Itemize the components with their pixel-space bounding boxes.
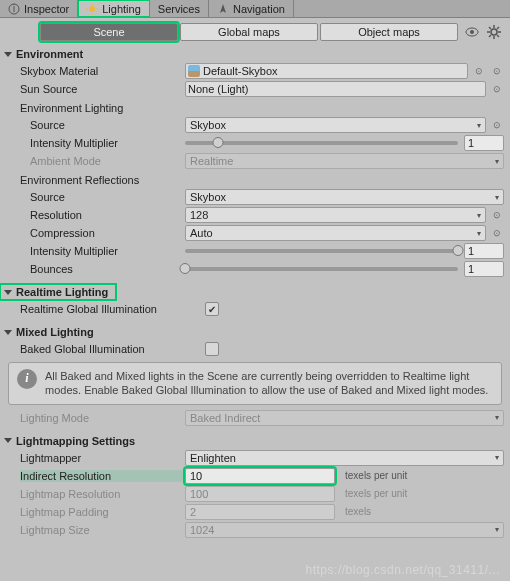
svg-point-2 xyxy=(89,6,95,12)
bgi-checkbox[interactable] xyxy=(205,342,219,356)
info-icon: i xyxy=(17,369,37,389)
tab-inspector[interactable]: i Inspector xyxy=(0,0,78,17)
resolution-dropdown[interactable]: 128▾ xyxy=(185,207,486,223)
lightmap-resolution-field: 100 xyxy=(185,486,335,502)
lightmap-size-dropdown: 1024▾ xyxy=(185,522,504,538)
sun-source-label: Sun Source xyxy=(20,83,185,95)
lightmap-resolution-label: Lightmap Resolution xyxy=(20,488,185,500)
ambient-mode-dropdown: Realtime▾ xyxy=(185,153,504,169)
foldout-icon xyxy=(4,330,12,335)
compression-dropdown[interactable]: Auto▾ xyxy=(185,225,486,241)
skybox-material-field[interactable]: Default-Skybox xyxy=(185,63,468,79)
chevron-down-icon: ▾ xyxy=(477,211,481,220)
eye-icon[interactable] xyxy=(464,24,480,40)
compression-label: Compression xyxy=(30,227,185,239)
object-picker-icon[interactable]: ⊙ xyxy=(490,82,504,96)
refl-intensity-value-field[interactable]: 1 xyxy=(464,243,504,259)
tab-services[interactable]: Services xyxy=(150,0,209,17)
source-label: Source xyxy=(30,119,185,131)
lightmap-padding-field: 2 xyxy=(185,504,335,520)
lightmapper-label: Lightmapper xyxy=(20,452,185,464)
suffix-label: texels xyxy=(345,506,371,517)
chevron-down-icon: ▾ xyxy=(495,525,499,534)
foldout-icon xyxy=(4,290,12,295)
rgi-checkbox[interactable]: ✔ xyxy=(205,302,219,316)
gear-icon[interactable] xyxy=(486,24,502,40)
lightmap-padding-label: Lightmap Padding xyxy=(20,506,185,518)
realtime-lighting-header[interactable]: Realtime Lighting xyxy=(0,284,116,300)
ambient-mode-label: Ambient Mode xyxy=(30,155,185,167)
resolution-label: Resolution xyxy=(30,209,185,221)
check-icon: ✔ xyxy=(208,304,216,315)
sun-icon xyxy=(86,3,98,15)
lightmapping-settings-header[interactable]: Lightmapping Settings xyxy=(0,433,510,449)
tab-label: Inspector xyxy=(24,3,69,15)
foldout-icon xyxy=(4,438,12,443)
intensity-value-field[interactable]: 1 xyxy=(464,135,504,151)
help-text: All Baked and Mixed lights in the Scene … xyxy=(45,369,493,398)
env-reflections-subheader: Environment Reflections xyxy=(0,170,510,188)
svg-line-15 xyxy=(489,27,491,29)
lighting-mode-toolbar: Scene Global maps Object maps xyxy=(0,18,510,46)
indirect-resolution-field[interactable]: 10 xyxy=(185,468,335,484)
chevron-down-icon: ▾ xyxy=(477,121,481,130)
intensity-slider[interactable] xyxy=(185,141,458,145)
mode-scene-button[interactable]: Scene xyxy=(40,23,178,41)
svg-point-9 xyxy=(470,30,474,34)
watermark: https://blog.csdn.net/qq_31411/... xyxy=(306,563,500,577)
mixed-lighting-header[interactable]: Mixed Lighting xyxy=(0,324,510,340)
suffix-label: texels per unit xyxy=(345,470,407,481)
mode-object-maps-button[interactable]: Object maps xyxy=(320,23,458,41)
sun-source-field[interactable]: None (Light) xyxy=(185,81,486,97)
environment-header[interactable]: Environment xyxy=(0,46,510,62)
svg-line-18 xyxy=(497,27,499,29)
chevron-down-icon: ▾ xyxy=(495,453,499,462)
lightmapper-dropdown[interactable]: Enlighten▾ xyxy=(185,450,504,466)
chevron-down-icon: ▾ xyxy=(477,229,481,238)
tab-lighting[interactable]: Lighting xyxy=(78,0,150,17)
env-lighting-subheader: Environment Lighting xyxy=(0,98,510,116)
reset-icon[interactable]: ⊙ xyxy=(490,208,504,222)
bounces-value-field[interactable]: 1 xyxy=(464,261,504,277)
skybox-icon xyxy=(188,65,200,77)
tab-label: Lighting xyxy=(102,3,141,15)
slider-thumb[interactable] xyxy=(212,137,223,148)
slider-thumb[interactable] xyxy=(180,263,191,274)
lightmap-size-label: Lightmap Size xyxy=(20,524,185,536)
bounces-slider[interactable] xyxy=(185,267,458,271)
svg-line-17 xyxy=(489,35,491,37)
info-icon: i xyxy=(8,3,20,15)
intensity-multiplier-label: Intensity Multiplier xyxy=(30,137,185,149)
reset-icon[interactable]: ⊙ xyxy=(490,64,504,78)
foldout-icon xyxy=(4,52,12,57)
refl-source-label: Source xyxy=(30,191,185,203)
editor-tab-bar: i Inspector Lighting Services Navigation xyxy=(0,0,510,18)
navigation-icon xyxy=(217,3,229,15)
slider-thumb[interactable] xyxy=(453,245,464,256)
skybox-material-label: Skybox Material xyxy=(20,65,185,77)
bgi-label: Baked Global Illumination xyxy=(20,343,205,355)
tab-label: Services xyxy=(158,3,200,15)
tab-navigation[interactable]: Navigation xyxy=(209,0,294,17)
tab-label: Navigation xyxy=(233,3,285,15)
svg-point-10 xyxy=(491,29,497,35)
chevron-down-icon: ▾ xyxy=(495,193,499,202)
refl-intensity-slider[interactable] xyxy=(185,249,458,253)
env-lighting-source-dropdown[interactable]: Skybox▾ xyxy=(185,117,486,133)
bounces-label: Bounces xyxy=(30,263,185,275)
rgi-label: Realtime Global Illumination xyxy=(20,303,205,315)
reset-icon[interactable]: ⊙ xyxy=(490,118,504,132)
indirect-resolution-label: Indirect Resolution xyxy=(20,470,185,482)
refl-source-dropdown[interactable]: Skybox▾ xyxy=(185,189,504,205)
suffix-label: texels per unit xyxy=(345,488,407,499)
help-box: i All Baked and Mixed lights in the Scen… xyxy=(8,362,502,405)
svg-marker-7 xyxy=(220,4,226,13)
svg-line-16 xyxy=(497,35,499,37)
object-picker-icon[interactable]: ⊙ xyxy=(472,64,486,78)
chevron-down-icon: ▾ xyxy=(495,157,499,166)
lighting-mode-label: Lighting Mode xyxy=(20,412,185,424)
chevron-down-icon: ▾ xyxy=(495,413,499,422)
refl-intensity-label: Intensity Multiplier xyxy=(30,245,185,257)
mode-global-maps-button[interactable]: Global maps xyxy=(180,23,318,41)
reset-icon[interactable]: ⊙ xyxy=(490,226,504,240)
